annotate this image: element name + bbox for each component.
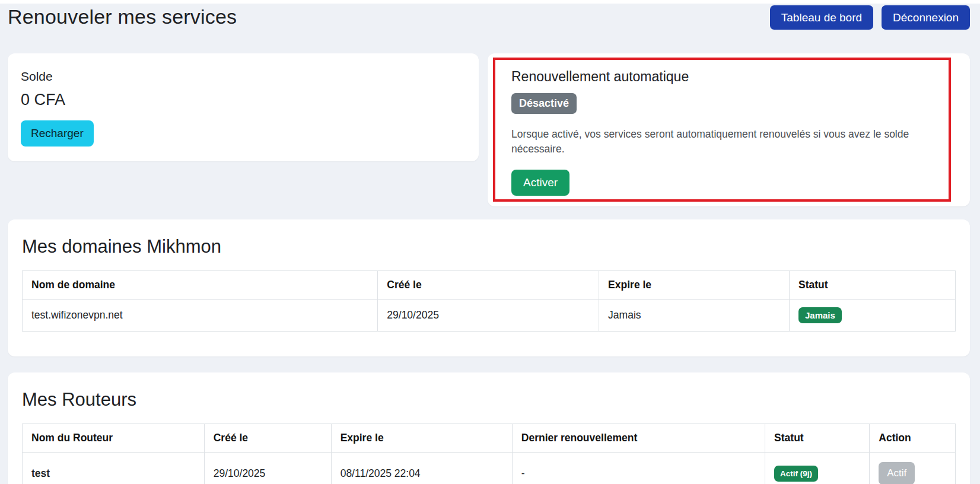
header-buttons: Tableau de bord Déconnexion (770, 5, 970, 30)
domains-table: Nom de domaine Créé le Expire le Statut … (22, 270, 956, 332)
domains-col-domain: Nom de domaine (23, 271, 378, 300)
routers-col-last-renewal: Dernier renouvellement (512, 424, 765, 453)
recharge-button[interactable]: Recharger (21, 120, 94, 147)
domain-expires-cell: Jamais (599, 300, 790, 332)
page-header: Renouveler mes services Tableau de bord … (8, 5, 970, 30)
domains-col-expires: Expire le (599, 271, 790, 300)
auto-renewal-status-badge: Désactivé (511, 93, 577, 114)
routers-table: Nom du Routeur Créé le Expire le Dernier… (22, 424, 956, 484)
balance-card: Solde 0 CFA Recharger (8, 53, 479, 161)
page-title: Renouveler mes services (8, 5, 237, 28)
auto-renewal-card: Renouvellement automatique Désactivé Lor… (488, 53, 970, 206)
top-cards-row: Solde 0 CFA Recharger Renouvellement aut… (8, 53, 970, 206)
domains-table-header-row: Nom de domaine Créé le Expire le Statut (23, 271, 956, 300)
top-edge-strip (0, 0, 980, 4)
routers-section-title: Mes Routeurs (22, 389, 956, 410)
router-status-badge: Actif (9j) (774, 466, 818, 482)
domains-section-title: Mes domaines Mikhmon (22, 236, 956, 257)
dashboard-button[interactable]: Tableau de bord (770, 5, 873, 30)
domains-section: Mes domaines Mikhmon Nom de domaine Créé… (8, 219, 970, 356)
routers-table-header-row: Nom du Routeur Créé le Expire le Dernier… (23, 424, 956, 453)
routers-table-row: test 29/10/2025 08/11/2025 22:04 - Actif… (23, 453, 956, 484)
routers-col-name: Nom du Routeur (23, 424, 205, 453)
activate-button[interactable]: Activer (511, 170, 569, 196)
logout-button[interactable]: Déconnexion (882, 5, 970, 30)
domain-status-cell: Jamais (790, 300, 956, 332)
routers-col-expires: Expire le (331, 424, 512, 453)
router-expires-cell: 08/11/2025 22:04 (331, 453, 512, 484)
domain-name-cell: test.wifizonevpn.net (23, 300, 378, 332)
auto-renewal-description: Lorsque activé, vos services seront auto… (511, 127, 921, 156)
balance-title: Solde (21, 69, 466, 84)
router-action-button[interactable]: Actif (879, 462, 915, 484)
balance-amount: 0 CFA (21, 91, 466, 109)
router-status-cell: Actif (9j) (765, 453, 870, 484)
routers-section: Mes Routeurs Nom du Routeur Créé le Expi… (8, 372, 970, 484)
domain-status-badge: Jamais (798, 307, 842, 323)
router-created-cell: 29/10/2025 (204, 453, 331, 484)
router-action-cell: Actif (870, 453, 956, 484)
domains-table-row: test.wifizonevpn.net 29/10/2025 Jamais J… (23, 300, 956, 332)
domains-col-status: Statut (790, 271, 956, 300)
routers-col-action: Action (870, 424, 956, 453)
domains-col-created: Créé le (378, 271, 599, 300)
page-container: Renouveler mes services Tableau de bord … (0, 5, 980, 484)
router-last-renewal-cell: - (512, 453, 765, 484)
routers-col-status: Statut (765, 424, 870, 453)
auto-renewal-title: Renouvellement automatique (511, 69, 946, 85)
router-name-cell: test (23, 453, 205, 484)
domain-created-cell: 29/10/2025 (378, 300, 599, 332)
routers-col-created: Créé le (204, 424, 331, 453)
